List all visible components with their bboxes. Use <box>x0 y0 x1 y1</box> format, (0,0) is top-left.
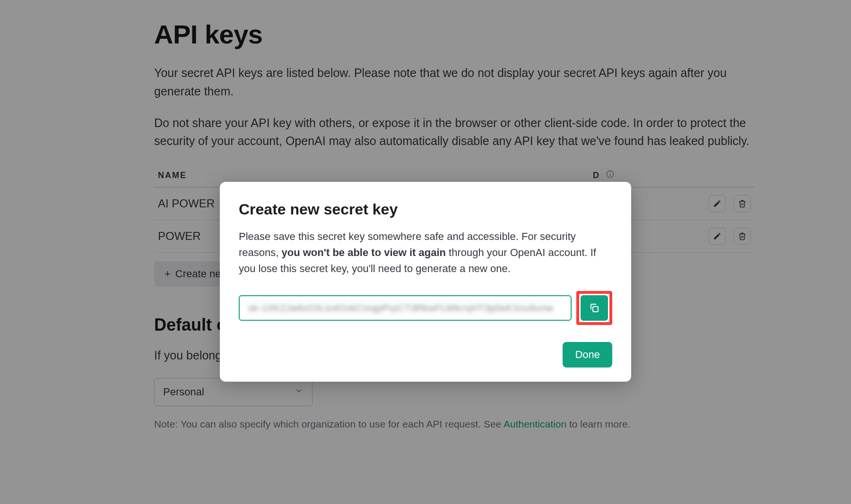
copy-icon <box>589 302 600 314</box>
copy-key-button[interactable] <box>581 295 608 321</box>
secret-key-value: sk-1XKZJw6nOtLio4OvkCmqpPrpCT3RkwFLWkrnj… <box>248 303 554 314</box>
secret-key-row: sk-1XKZJw6nOtLio4OvkCmqpPrpCT3RkwFLWkrnj… <box>239 291 612 325</box>
done-button[interactable]: Done <box>563 342 612 367</box>
modal-description: Please save this secret key somewhere sa… <box>239 229 612 277</box>
create-key-modal: Create new secret key Please save this s… <box>220 182 631 382</box>
svg-rect-3 <box>593 307 598 312</box>
modal-actions: Done <box>239 342 612 367</box>
modal-title: Create new secret key <box>239 201 612 218</box>
secret-key-field[interactable]: sk-1XKZJw6nOtLio4OvkCmqpPrpCT3RkwFLWkrnj… <box>239 295 572 321</box>
copy-highlight-box <box>576 291 612 325</box>
modal-desc-strong: you won't be able to view it again <box>282 247 446 258</box>
